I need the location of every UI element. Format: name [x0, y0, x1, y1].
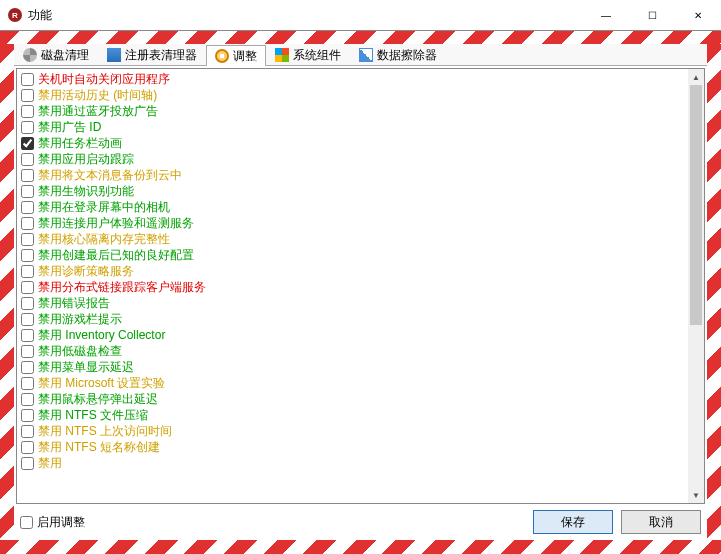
list-item[interactable]: 禁用错误报告 — [19, 295, 686, 311]
item-checkbox[interactable] — [21, 73, 34, 86]
item-label: 禁用在登录屏幕中的相机 — [38, 199, 170, 215]
tab-label: 磁盘清理 — [41, 47, 89, 64]
enable-tweaks-checkbox[interactable] — [20, 516, 33, 529]
tab-sys[interactable]: 系统组件 — [266, 44, 350, 65]
list-item[interactable]: 禁用 Microsoft 设置实验 — [19, 375, 686, 391]
list-item[interactable]: 禁用在登录屏幕中的相机 — [19, 199, 686, 215]
tab-wipe[interactable]: 数据擦除器 — [350, 44, 446, 65]
list-item[interactable]: 禁用 — [19, 455, 686, 471]
item-checkbox[interactable] — [21, 153, 34, 166]
enable-tweaks-toggle[interactable]: 启用调整 — [20, 514, 85, 531]
item-checkbox[interactable] — [21, 201, 34, 214]
content-area: 磁盘清理注册表清理器调整系统组件数据擦除器 关机时自动关闭应用程序禁用活动历史 … — [14, 44, 707, 540]
tab-reg[interactable]: 注册表清理器 — [98, 44, 206, 65]
wipe-icon — [359, 48, 373, 62]
hazard-stripe-bottom — [0, 540, 721, 554]
item-label: 禁用低磁盘检查 — [38, 343, 122, 359]
tab-label: 系统组件 — [293, 47, 341, 64]
item-checkbox[interactable] — [21, 265, 34, 278]
hazard-stripe-left — [0, 44, 14, 540]
tab-label: 注册表清理器 — [125, 47, 197, 64]
hazard-stripe-right — [707, 44, 721, 540]
list-item[interactable]: 禁用应用启动跟踪 — [19, 151, 686, 167]
save-button[interactable]: 保存 — [533, 510, 613, 534]
list-item[interactable]: 禁用创建最后已知的良好配置 — [19, 247, 686, 263]
item-checkbox[interactable] — [21, 185, 34, 198]
item-label: 禁用创建最后已知的良好配置 — [38, 247, 194, 263]
list-item[interactable]: 禁用活动历史 (时间轴) — [19, 87, 686, 103]
item-checkbox[interactable] — [21, 217, 34, 230]
vertical-scrollbar[interactable]: ▲ ▼ — [688, 69, 704, 503]
titlebar: R 功能 — ☐ ✕ — [0, 0, 721, 30]
list-item[interactable]: 禁用鼠标悬停弹出延迟 — [19, 391, 686, 407]
scroll-up-button[interactable]: ▲ — [688, 69, 704, 85]
item-checkbox[interactable] — [21, 377, 34, 390]
item-label: 禁用连接用户体验和遥测服务 — [38, 215, 194, 231]
item-checkbox[interactable] — [21, 169, 34, 182]
item-checkbox[interactable] — [21, 297, 34, 310]
maximize-button[interactable]: ☐ — [629, 0, 675, 30]
tweak-list: 关机时自动关闭应用程序禁用活动历史 (时间轴)禁用通过蓝牙投放广告禁用广告 ID… — [16, 68, 705, 504]
item-checkbox[interactable] — [21, 441, 34, 454]
list-item[interactable]: 禁用菜单显示延迟 — [19, 359, 686, 375]
item-checkbox[interactable] — [21, 329, 34, 342]
tweak-icon — [215, 49, 229, 63]
window-buttons: — ☐ ✕ — [583, 0, 721, 30]
item-label: 禁用 NTFS 短名称创建 — [38, 439, 160, 455]
item-checkbox[interactable] — [21, 425, 34, 438]
item-checkbox[interactable] — [21, 409, 34, 422]
item-checkbox[interactable] — [21, 361, 34, 374]
item-label: 禁用应用启动跟踪 — [38, 151, 134, 167]
list-item[interactable]: 禁用广告 ID — [19, 119, 686, 135]
item-label: 禁用鼠标悬停弹出延迟 — [38, 391, 158, 407]
cancel-button[interactable]: 取消 — [621, 510, 701, 534]
list-item[interactable]: 禁用 Inventory Collector — [19, 327, 686, 343]
close-button[interactable]: ✕ — [675, 0, 721, 30]
list-item[interactable]: 禁用任务栏动画 — [19, 135, 686, 151]
list-item[interactable]: 禁用通过蓝牙投放广告 — [19, 103, 686, 119]
cancel-button-label: 取消 — [649, 514, 673, 531]
list-item[interactable]: 禁用游戏栏提示 — [19, 311, 686, 327]
tab-tweak[interactable]: 调整 — [206, 45, 266, 66]
tab-disk[interactable]: 磁盘清理 — [14, 44, 98, 65]
item-checkbox[interactable] — [21, 457, 34, 470]
item-checkbox[interactable] — [21, 233, 34, 246]
item-checkbox[interactable] — [21, 393, 34, 406]
item-label: 禁用菜单显示延迟 — [38, 359, 134, 375]
tab-bar: 磁盘清理注册表清理器调整系统组件数据擦除器 — [14, 44, 707, 66]
list-item[interactable]: 禁用将文本消息备份到云中 — [19, 167, 686, 183]
item-label: 禁用生物识别功能 — [38, 183, 134, 199]
item-label: 禁用 NTFS 上次访问时间 — [38, 423, 172, 439]
list-item[interactable]: 禁用生物识别功能 — [19, 183, 686, 199]
list-item[interactable]: 禁用诊断策略服务 — [19, 263, 686, 279]
item-label: 禁用广告 ID — [38, 119, 101, 135]
item-checkbox[interactable] — [21, 105, 34, 118]
list-item[interactable]: 禁用分布式链接跟踪客户端服务 — [19, 279, 686, 295]
tab-label: 数据擦除器 — [377, 47, 437, 64]
minimize-button[interactable]: — — [583, 0, 629, 30]
item-checkbox[interactable] — [21, 281, 34, 294]
item-label: 禁用 Microsoft 设置实验 — [38, 375, 165, 391]
list-item[interactable]: 禁用核心隔离内存完整性 — [19, 231, 686, 247]
item-checkbox[interactable] — [21, 313, 34, 326]
reg-icon — [107, 48, 121, 62]
maximize-icon: ☐ — [648, 10, 657, 21]
scroll-thumb[interactable] — [690, 85, 702, 325]
item-checkbox[interactable] — [21, 249, 34, 262]
item-checkbox[interactable] — [21, 137, 34, 150]
list-item[interactable]: 禁用低磁盘检查 — [19, 343, 686, 359]
hazard-stripe-top — [0, 30, 721, 44]
list-item[interactable]: 禁用 NTFS 上次访问时间 — [19, 423, 686, 439]
item-checkbox[interactable] — [21, 121, 34, 134]
bottom-bar: 启用调整 保存 取消 — [14, 504, 707, 540]
item-label: 禁用 NTFS 文件压缩 — [38, 407, 148, 423]
item-label: 禁用游戏栏提示 — [38, 311, 122, 327]
item-label: 禁用错误报告 — [38, 295, 110, 311]
list-item[interactable]: 禁用连接用户体验和遥测服务 — [19, 215, 686, 231]
list-item[interactable]: 禁用 NTFS 文件压缩 — [19, 407, 686, 423]
item-checkbox[interactable] — [21, 89, 34, 102]
item-checkbox[interactable] — [21, 345, 34, 358]
list-item[interactable]: 禁用 NTFS 短名称创建 — [19, 439, 686, 455]
scroll-down-button[interactable]: ▼ — [688, 487, 704, 503]
list-item[interactable]: 关机时自动关闭应用程序 — [19, 71, 686, 87]
